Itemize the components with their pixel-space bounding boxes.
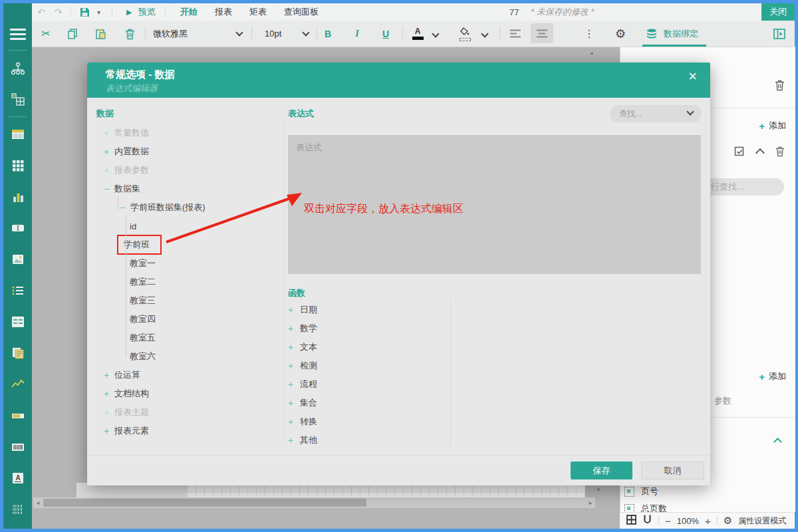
tree-item-field-preschool[interactable]: 学前班 — [96, 235, 276, 254]
fn-category-convert[interactable]: +转换 — [288, 412, 441, 431]
grid-toggle-icon[interactable] — [626, 515, 636, 527]
fn-label: 文本 — [300, 341, 317, 353]
horizontal-scrollbar-thumb[interactable] — [43, 499, 366, 507]
subreport-tool-icon[interactable] — [3, 337, 32, 368]
database-icon[interactable] — [644, 21, 660, 47]
progressbar-tool-icon[interactable] — [3, 400, 32, 431]
dotted-table-tool-icon[interactable] — [3, 493, 32, 525]
fill-color-caret[interactable] — [479, 21, 491, 47]
tree-item-bit-ops[interactable]: +位运算 — [96, 366, 276, 384]
save-icon[interactable] — [80, 3, 90, 21]
chevron-up-icon[interactable] — [755, 148, 765, 158]
undo-icon[interactable]: ↶ — [37, 3, 45, 21]
tab-report[interactable]: 报表 — [206, 3, 241, 21]
zoom-out-button[interactable]: − — [665, 515, 671, 527]
underline-button[interactable]: U — [377, 21, 394, 47]
page-caret-icon[interactable]: ▼ — [596, 487, 601, 493]
banded-list-tool-icon[interactable] — [3, 306, 32, 337]
tree-item-field-classroom1[interactable]: 教室一 — [96, 254, 276, 273]
table-tool-icon[interactable] — [3, 118, 32, 150]
table-wizard-tool-icon[interactable] — [3, 84, 32, 115]
copy-icon[interactable] — [64, 21, 81, 47]
tree-item-report-elements[interactable]: +报表元素 — [96, 422, 276, 440]
tree-item-field-classroom2[interactable]: 教室二 — [96, 273, 276, 291]
edit-check-icon[interactable] — [734, 146, 745, 160]
delete-icon[interactable] — [775, 80, 785, 94]
divider — [145, 27, 146, 41]
expand-icon: + — [288, 435, 300, 446]
tree-item-field-classroom3[interactable]: 教室三 — [96, 291, 276, 310]
align-left-button[interactable] — [505, 21, 525, 47]
horizontal-scrollbar[interactable]: ◄ ► — [33, 497, 595, 508]
preview-button[interactable]: 预览 — [138, 3, 156, 21]
delete-icon[interactable] — [121, 21, 138, 47]
tree-item-constants[interactable]: +常量数值 — [96, 124, 276, 142]
tree-item-datasets[interactable]: −数据集 — [96, 180, 276, 198]
function-search-select[interactable]: 查找... — [610, 105, 702, 122]
tree-item-builtin-data[interactable]: +内置数据 — [96, 142, 276, 161]
tree-item-field-id[interactable]: id — [96, 217, 276, 235]
cut-icon[interactable]: ✂ — [37, 21, 55, 47]
hamburger-menu-icon[interactable] — [10, 26, 26, 43]
snap-magnet-icon[interactable] — [642, 515, 652, 527]
italic-button[interactable]: I — [348, 21, 366, 47]
fn-category-other[interactable]: +其他 — [288, 431, 441, 450]
gear-icon[interactable]: ⚙ — [724, 515, 732, 527]
tab-start[interactable]: 开始 — [172, 3, 206, 23]
data-binding-active-indicator — [642, 45, 706, 47]
fill-color-button[interactable] — [456, 21, 473, 47]
cancel-button[interactable]: 取消 — [641, 462, 704, 479]
tab-query-panel[interactable]: 查询面板 — [275, 3, 327, 21]
image-tool-icon[interactable] — [3, 243, 32, 275]
close-designer-button[interactable]: 关闭 — [761, 3, 795, 21]
matrix-tool-icon[interactable] — [3, 150, 32, 181]
add-parameter-button[interactable]: + 添加 — [759, 370, 786, 382]
sparkline-tool-icon[interactable] — [3, 368, 32, 400]
fn-category-text[interactable]: +文本 — [288, 338, 441, 356]
font-size-select[interactable]: 10pt — [259, 21, 311, 47]
collapse-section-chevron[interactable] — [775, 436, 781, 448]
align-center-button[interactable] — [531, 23, 553, 43]
fn-category-inspect[interactable]: +检测 — [288, 356, 441, 375]
barcode-tool-icon[interactable] — [3, 431, 32, 462]
tab-tablix[interactable]: 矩表 — [241, 3, 275, 21]
chart-tool-icon[interactable] — [3, 181, 32, 212]
scroll-right-icon[interactable]: ► — [588, 500, 593, 506]
redo-icon[interactable]: ↷ — [55, 3, 63, 21]
add-button[interactable]: + 添加 — [759, 120, 786, 132]
textbox-tool-icon[interactable] — [3, 212, 32, 243]
fn-category-date[interactable]: +日期 — [288, 301, 441, 319]
scroll-left-icon[interactable]: ◄ — [35, 500, 41, 506]
bold-button[interactable]: B — [319, 21, 336, 47]
fn-category-flow[interactable]: +流程 — [288, 375, 441, 394]
tree-item-field-classroom5[interactable]: 教室五 — [96, 329, 276, 347]
fn-category-math[interactable]: +数学 — [288, 319, 441, 338]
zoom-in-button[interactable]: + — [705, 515, 711, 527]
paste-icon[interactable] — [92, 21, 109, 47]
save-button[interactable]: 保存 — [571, 462, 632, 479]
close-icon[interactable]: × — [688, 69, 697, 84]
data-binding-tab[interactable]: 数据绑定 — [664, 21, 698, 47]
tree-item-field-classroom4[interactable]: 教室四 — [96, 310, 276, 329]
field-page-number[interactable]: 页号 — [624, 485, 658, 497]
tree-item-report-params[interactable]: +报表参数 — [96, 161, 276, 180]
tree-item-doc-structure[interactable]: +文档结构 — [96, 384, 276, 403]
font-family-select[interactable]: 微软雅黑 — [153, 21, 246, 47]
font-color-button[interactable]: A — [409, 21, 426, 47]
property-mode-label[interactable]: 属性设置模式 — [738, 515, 786, 527]
font-color-caret[interactable] — [430, 21, 442, 47]
expression-section-header: 表达式 — [288, 108, 314, 120]
richtext-tool-icon[interactable]: A — [3, 462, 32, 493]
tree-item-dataset-preschool[interactable]: −学前班数据集(报表) — [96, 198, 276, 217]
tree-item-report-theme[interactable]: +报表主题 — [96, 403, 276, 422]
hierarchy-tool-icon[interactable] — [3, 53, 32, 84]
delete-icon[interactable] — [775, 146, 785, 160]
more-options-icon[interactable]: ⋮ — [583, 21, 596, 47]
tree-item-field-classroom6[interactable]: 教室六 — [96, 347, 276, 366]
panel-toggle-icon[interactable] — [771, 21, 788, 47]
list-tool-icon[interactable] — [3, 275, 32, 306]
save-dropdown-caret-icon[interactable]: ▾ — [97, 3, 100, 21]
fn-category-aggregate[interactable]: +集合 — [288, 394, 441, 412]
settings-gear-icon[interactable]: ⚙ — [612, 21, 629, 47]
vertical-scroll-up-icon[interactable]: ▲ — [589, 50, 595, 56]
